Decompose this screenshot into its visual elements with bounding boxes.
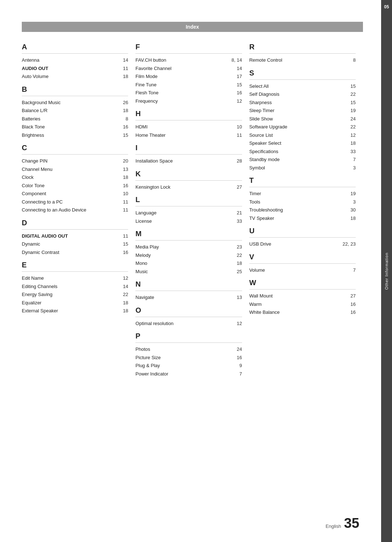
- section-divider-C: [22, 154, 128, 155]
- entry-name: Music: [135, 268, 227, 275]
- index-entry: Background Music26: [22, 99, 128, 106]
- section-divider-N: [135, 291, 242, 291]
- entry-page: 22: [114, 291, 128, 298]
- main-content: Index AAntenna14AUDIO OUT11Auto Volume18…: [0, 0, 381, 542]
- entry-name: Timer: [249, 190, 341, 197]
- entry-page: 25: [228, 268, 242, 275]
- section-letter-T: T: [249, 176, 356, 185]
- index-entry: Channel Menu13: [22, 166, 128, 173]
- entry-page: 16: [114, 249, 128, 256]
- entry-name: License: [135, 218, 227, 225]
- index-entry: Black Tone16: [22, 123, 128, 131]
- entry-name: Component: [22, 190, 114, 197]
- entry-name: Media Play: [135, 243, 227, 251]
- entry-page: 11: [114, 198, 128, 206]
- section-letter-S: S: [249, 69, 356, 77]
- entry-name: Connecting to a PC: [22, 198, 114, 206]
- entry-page: 27: [341, 292, 356, 300]
- entry-name: Background Music: [22, 99, 114, 106]
- entry-page: 27: [228, 184, 242, 191]
- section-divider-E: [22, 271, 128, 272]
- index-entry: Antenna14: [22, 57, 128, 64]
- section-F: FFAV.CH button8, 14Favorite Channel14Fil…: [135, 43, 242, 104]
- section-U: UUSB Drive22, 23: [249, 227, 356, 248]
- section-letter-K: K: [135, 170, 242, 178]
- entry-page: 22: [341, 123, 356, 131]
- section-N: NNavigate13: [135, 280, 242, 301]
- index-entry: Picture Size16: [135, 354, 242, 361]
- section-T: TTimer19Tools3Troubleshooting30TV Speake…: [249, 176, 356, 222]
- section-divider-K: [135, 180, 242, 181]
- index-entry: Remote Control8: [249, 57, 356, 64]
- entry-page: 15: [114, 241, 128, 248]
- entry-page: 33: [228, 218, 242, 225]
- section-letter-N: N: [135, 280, 242, 288]
- index-title-bar: Index: [22, 22, 363, 32]
- section-letter-H: H: [135, 110, 242, 118]
- entry-page: 18: [114, 73, 128, 80]
- entry-name: Specifications: [249, 148, 341, 155]
- index-entry: Connecting to an Audio Device11: [22, 206, 128, 214]
- entry-name: Warm: [249, 301, 341, 308]
- index-entry: Wall Mount27: [249, 292, 356, 300]
- index-entry: Fine Tune15: [135, 81, 242, 89]
- entry-page: 18: [341, 140, 356, 147]
- index-entry: Self Diagnosis22: [249, 91, 356, 98]
- index-entry: Energy Saving22: [22, 291, 128, 298]
- entry-name: Equalizer: [22, 299, 114, 307]
- index-entry: USB Drive22, 23: [249, 241, 356, 248]
- entry-page: 12: [228, 320, 242, 327]
- entry-page: 15: [341, 99, 356, 106]
- index-entry: Favorite Channel14: [135, 65, 242, 72]
- entry-name: Plug & Play: [135, 362, 227, 369]
- entry-name: Symbol: [249, 164, 341, 172]
- entry-page: 10: [114, 190, 128, 197]
- section-divider-M: [135, 240, 242, 241]
- index-entry: Frequency12: [135, 98, 242, 105]
- entry-name: Film Mode: [135, 73, 227, 80]
- entry-page: 16: [341, 309, 356, 316]
- entry-page: 16: [114, 182, 128, 189]
- entry-page: 18: [114, 174, 128, 181]
- entry-name: Dynamic Contrast: [22, 249, 114, 256]
- section-letter-E: E: [22, 261, 128, 269]
- entry-page: 15: [228, 81, 242, 89]
- entry-name: Installation Space: [135, 157, 227, 165]
- section-letter-I: I: [135, 144, 242, 152]
- entry-name: Auto Volume: [22, 73, 114, 80]
- section-divider-R: [249, 53, 356, 54]
- index-entry: Sharpness15: [249, 99, 356, 106]
- index-title: Index: [186, 24, 199, 30]
- entry-name: Language: [135, 209, 227, 217]
- index-entry: Batteries8: [22, 115, 128, 123]
- entry-name: Speaker Select: [249, 140, 341, 147]
- entry-name: White Balance: [249, 309, 341, 316]
- entry-name: Brightness: [22, 132, 114, 139]
- index-entry: Mono18: [135, 260, 242, 267]
- section-C: CChange PIN20Channel Menu13Clock18Color …: [22, 144, 128, 214]
- index-entry: Home Theater11: [135, 132, 242, 139]
- index-entry: Installation Space28: [135, 157, 242, 165]
- entry-name: FAV.CH button: [135, 57, 227, 64]
- entry-page: 24: [228, 346, 242, 353]
- index-entry: Melody22: [135, 252, 242, 259]
- index-entry: Slide Show24: [249, 115, 356, 123]
- index-entry: Equalizer18: [22, 299, 128, 307]
- entry-page: 8, 14: [228, 57, 242, 64]
- index-entry: Sleep Timer19: [249, 107, 356, 114]
- entry-name: Photos: [135, 346, 227, 353]
- entry-name: Home Theater: [135, 132, 227, 139]
- entry-name: Source List: [249, 132, 341, 139]
- index-entry: Language21: [135, 209, 242, 217]
- entry-page: 12: [114, 275, 128, 282]
- entry-name: Optimal resolution: [135, 320, 227, 327]
- index-entry: Component10: [22, 190, 128, 197]
- entry-name: Remote Control: [249, 57, 341, 64]
- footer-english-label: English: [326, 523, 341, 529]
- section-O: OOptimal resolution12: [135, 306, 242, 327]
- section-letter-O: O: [135, 306, 242, 315]
- section-H: HHDMI10Home Theater11: [135, 110, 242, 139]
- entry-page: 15: [114, 132, 128, 139]
- section-letter-L: L: [135, 196, 242, 204]
- entry-name: Clock: [22, 174, 114, 181]
